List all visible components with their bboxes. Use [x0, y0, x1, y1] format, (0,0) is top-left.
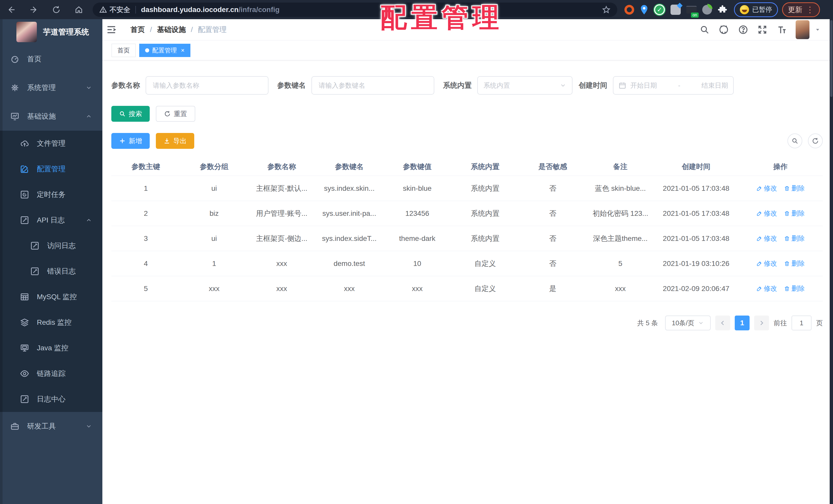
fullscreen-icon[interactable] [757, 25, 767, 35]
sidebar-item-error-log[interactable]: 错误日志 [0, 258, 102, 284]
sidebar-item-log-center[interactable]: 日志中心 [0, 386, 102, 412]
edit-square-icon [20, 164, 30, 174]
breadcrumb-infra[interactable]: 基础设施 [157, 25, 186, 34]
back-icon[interactable] [0, 0, 23, 19]
divider [135, 6, 136, 14]
calendar-icon [619, 81, 626, 89]
goto-label: 前往 [774, 319, 787, 328]
table-row: 5 xxx xxx xxx xxx 自定义 是 xxx 2021-02-09 2… [111, 276, 823, 301]
close-icon[interactable]: × [181, 47, 185, 53]
browser-update-button[interactable]: 更新 ⋮ [782, 2, 820, 17]
breadcrumb-home[interactable]: 首页 [130, 25, 145, 34]
home-icon[interactable] [68, 0, 90, 19]
edit-link[interactable]: 修改 [756, 259, 777, 268]
add-button[interactable]: 新增 [111, 133, 150, 149]
param-name-input[interactable] [146, 76, 268, 95]
refresh-table-button[interactable] [808, 133, 823, 148]
refresh-icon[interactable] [45, 0, 68, 19]
export-button[interactable]: 导出 [156, 133, 194, 149]
page-1-button[interactable]: 1 [735, 316, 749, 330]
reset-button[interactable]: 重置 [156, 106, 195, 122]
date-range-picker[interactable]: 开始日期 - 结束日期 [613, 76, 734, 95]
chevron-down-icon [698, 320, 704, 326]
param-key-input[interactable] [311, 76, 434, 95]
font-size-icon[interactable] [776, 24, 787, 35]
chevron-down-icon [86, 423, 92, 430]
browser-bar: 不安全 dashboard.yudao.iocoder.cn /infra/co… [0, 0, 833, 19]
delete-link[interactable]: 删除 [784, 284, 805, 293]
col-param-id: 参数主键 [111, 162, 181, 172]
delete-link[interactable]: 删除 [784, 259, 805, 268]
user-avatar[interactable] [795, 20, 809, 39]
security-label: 不安全 [110, 5, 130, 14]
sidebar-item-mysql[interactable]: MySQL 监控 [0, 284, 102, 310]
sidebar-item-home[interactable]: 首页 [0, 45, 102, 73]
bookmark-star-icon[interactable] [602, 5, 611, 14]
toggle-search-button[interactable] [787, 133, 802, 148]
right-tools [787, 133, 823, 148]
extension-leaf-icon[interactable] [702, 5, 712, 15]
paused-badge[interactable]: 已暂停 [734, 2, 778, 17]
sidebar-item-config-manage[interactable]: 配置管理 [0, 156, 102, 182]
next-page-button[interactable] [754, 316, 769, 330]
delete-link[interactable]: 删除 [784, 209, 805, 218]
extensions-puzzle-icon[interactable] [718, 5, 727, 15]
docs-question-icon[interactable] [738, 24, 748, 35]
logo-row[interactable]: 芋道管理系统 [0, 19, 102, 45]
sidebar-item-access-log[interactable]: 访问日志 [0, 233, 102, 258]
edit-link[interactable]: 修改 [756, 184, 777, 193]
address-bar[interactable]: 不安全 dashboard.yudao.iocoder.cn /infra/co… [93, 3, 617, 17]
sidebar-collapse-icon[interactable] [102, 19, 120, 41]
edit-link[interactable]: 修改 [756, 209, 777, 218]
log-edit-icon [30, 266, 40, 276]
extension-gray-icon[interactable] [670, 5, 681, 15]
page-size-select[interactable]: 10条/页 [665, 316, 711, 330]
sidebar-item-system[interactable]: 系统管理 [0, 73, 102, 102]
extension-green-icon[interactable]: ✓ [654, 4, 665, 15]
chevron-down-icon [560, 82, 566, 89]
sidebar-item-java[interactable]: Java 监控 [0, 335, 102, 361]
breadcrumb: 首页 / 基础设施 / 配置管理 [130, 25, 227, 34]
scrollbar-thumb[interactable] [830, 20, 832, 97]
table-row: 1 ui 主框架页-默认... sys.index.skin... skin-b… [111, 176, 823, 201]
browser-scrollbar[interactable] [830, 19, 833, 504]
sidebar-item-job[interactable]: 定时任务 [0, 182, 102, 207]
tab-config-manage[interactable]: 配置管理 × [139, 44, 190, 57]
delete-link[interactable]: 删除 [784, 184, 805, 193]
col-remark: 备注 [587, 162, 654, 172]
extension-orange-icon[interactable] [624, 5, 634, 15]
magnifier-icon [119, 110, 126, 117]
tab-home[interactable]: 首页 [112, 44, 136, 57]
sidebar-item-file-manage[interactable]: 文件管理 [0, 131, 102, 156]
cloud-upload-icon [20, 138, 30, 149]
sidebar-item-redis[interactable]: Redis 监控 [0, 310, 102, 335]
forward-icon[interactable] [23, 0, 45, 19]
search-button[interactable]: 搜索 [111, 106, 150, 122]
monitor-chart-icon [10, 111, 20, 122]
delete-link[interactable]: 删除 [784, 234, 805, 243]
sidebar-item-infra[interactable]: 基础设施 [0, 102, 102, 131]
caret-down-icon[interactable] [814, 27, 821, 33]
edit-link[interactable]: 修改 [756, 234, 777, 243]
table-header-row: 参数主键 参数分组 参数名称 参数键名 参数键值 系统内置 是否敏感 备注 创建… [111, 157, 823, 176]
edit-link[interactable]: 修改 [756, 284, 777, 293]
extension-pin-icon[interactable] [640, 4, 648, 15]
monitor-icon [20, 343, 30, 353]
builtin-select[interactable]: 系统内置 [477, 76, 572, 95]
sidebar-item-dev-tools[interactable]: 研发工具 [0, 412, 102, 440]
kebab-menu-icon[interactable]: ⋮ [806, 5, 814, 15]
total-count: 共 5 条 [637, 319, 658, 328]
sidebar-item-trace[interactable]: 链路追踪 [0, 361, 102, 386]
download-icon [164, 137, 170, 144]
goto-page-input[interactable] [791, 316, 811, 330]
github-icon[interactable] [718, 24, 729, 35]
search-icon[interactable] [699, 25, 710, 35]
sidebar-item-api-log[interactable]: API 日志 [0, 207, 102, 233]
prev-page-button[interactable] [715, 316, 730, 330]
create-time-label: 创建时间 [579, 80, 607, 90]
extension-on-icon[interactable] [686, 6, 697, 14]
filter-form: 参数名称 参数键名 系统内置 系统内置 创建时间 开始日期 - 结束日期 [111, 76, 823, 95]
briefcase-icon [10, 421, 20, 431]
tags-view-bar: 首页 配置管理 × [102, 41, 833, 60]
app-title: 芋道管理系统 [43, 27, 89, 37]
